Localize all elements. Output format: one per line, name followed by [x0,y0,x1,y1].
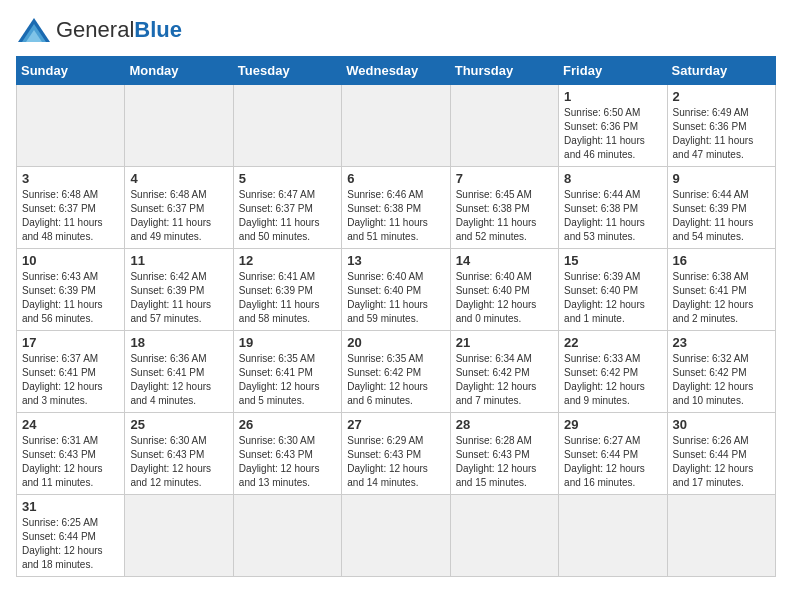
day-number: 10 [22,253,119,268]
day-info: Sunrise: 6:29 AM Sunset: 6:43 PM Dayligh… [347,434,444,490]
calendar-cell: 5Sunrise: 6:47 AM Sunset: 6:37 PM Daylig… [233,167,341,249]
day-info: Sunrise: 6:47 AM Sunset: 6:37 PM Dayligh… [239,188,336,244]
day-number: 16 [673,253,770,268]
calendar-cell [233,85,341,167]
calendar-cell: 18Sunrise: 6:36 AM Sunset: 6:41 PM Dayli… [125,331,233,413]
calendar-week-3: 17Sunrise: 6:37 AM Sunset: 6:41 PM Dayli… [17,331,776,413]
logo-icon [16,16,52,44]
weekday-friday: Friday [559,57,667,85]
day-number: 6 [347,171,444,186]
calendar-cell [559,495,667,577]
day-info: Sunrise: 6:38 AM Sunset: 6:41 PM Dayligh… [673,270,770,326]
day-number: 29 [564,417,661,432]
calendar-cell: 4Sunrise: 6:48 AM Sunset: 6:37 PM Daylig… [125,167,233,249]
day-number: 26 [239,417,336,432]
day-info: Sunrise: 6:34 AM Sunset: 6:42 PM Dayligh… [456,352,553,408]
day-info: Sunrise: 6:37 AM Sunset: 6:41 PM Dayligh… [22,352,119,408]
calendar-body: 1Sunrise: 6:50 AM Sunset: 6:36 PM Daylig… [17,85,776,577]
day-info: Sunrise: 6:27 AM Sunset: 6:44 PM Dayligh… [564,434,661,490]
weekday-thursday: Thursday [450,57,558,85]
day-number: 1 [564,89,661,104]
calendar-cell: 27Sunrise: 6:29 AM Sunset: 6:43 PM Dayli… [342,413,450,495]
calendar-cell: 20Sunrise: 6:35 AM Sunset: 6:42 PM Dayli… [342,331,450,413]
calendar-cell [450,85,558,167]
day-info: Sunrise: 6:39 AM Sunset: 6:40 PM Dayligh… [564,270,661,326]
calendar-cell: 12Sunrise: 6:41 AM Sunset: 6:39 PM Dayli… [233,249,341,331]
calendar-cell: 1Sunrise: 6:50 AM Sunset: 6:36 PM Daylig… [559,85,667,167]
weekday-sunday: Sunday [17,57,125,85]
calendar-cell: 29Sunrise: 6:27 AM Sunset: 6:44 PM Dayli… [559,413,667,495]
calendar-cell: 26Sunrise: 6:30 AM Sunset: 6:43 PM Dayli… [233,413,341,495]
day-number: 2 [673,89,770,104]
day-info: Sunrise: 6:43 AM Sunset: 6:39 PM Dayligh… [22,270,119,326]
calendar-cell: 22Sunrise: 6:33 AM Sunset: 6:42 PM Dayli… [559,331,667,413]
calendar-cell: 31Sunrise: 6:25 AM Sunset: 6:44 PM Dayli… [17,495,125,577]
calendar-table: SundayMondayTuesdayWednesdayThursdayFrid… [16,56,776,577]
calendar-cell: 13Sunrise: 6:40 AM Sunset: 6:40 PM Dayli… [342,249,450,331]
calendar-cell: 25Sunrise: 6:30 AM Sunset: 6:43 PM Dayli… [125,413,233,495]
calendar-week-2: 10Sunrise: 6:43 AM Sunset: 6:39 PM Dayli… [17,249,776,331]
day-info: Sunrise: 6:30 AM Sunset: 6:43 PM Dayligh… [130,434,227,490]
calendar-cell: 21Sunrise: 6:34 AM Sunset: 6:42 PM Dayli… [450,331,558,413]
day-number: 17 [22,335,119,350]
day-number: 23 [673,335,770,350]
day-info: Sunrise: 6:41 AM Sunset: 6:39 PM Dayligh… [239,270,336,326]
calendar-week-4: 24Sunrise: 6:31 AM Sunset: 6:43 PM Dayli… [17,413,776,495]
day-number: 27 [347,417,444,432]
day-info: Sunrise: 6:44 AM Sunset: 6:38 PM Dayligh… [564,188,661,244]
day-info: Sunrise: 6:40 AM Sunset: 6:40 PM Dayligh… [347,270,444,326]
day-number: 19 [239,335,336,350]
day-info: Sunrise: 6:30 AM Sunset: 6:43 PM Dayligh… [239,434,336,490]
day-number: 8 [564,171,661,186]
calendar-cell: 17Sunrise: 6:37 AM Sunset: 6:41 PM Dayli… [17,331,125,413]
day-number: 14 [456,253,553,268]
day-info: Sunrise: 6:42 AM Sunset: 6:39 PM Dayligh… [130,270,227,326]
day-number: 11 [130,253,227,268]
calendar-cell: 16Sunrise: 6:38 AM Sunset: 6:41 PM Dayli… [667,249,775,331]
day-info: Sunrise: 6:50 AM Sunset: 6:36 PM Dayligh… [564,106,661,162]
calendar-week-1: 3Sunrise: 6:48 AM Sunset: 6:37 PM Daylig… [17,167,776,249]
calendar-cell: 3Sunrise: 6:48 AM Sunset: 6:37 PM Daylig… [17,167,125,249]
calendar-cell: 6Sunrise: 6:46 AM Sunset: 6:38 PM Daylig… [342,167,450,249]
calendar-cell: 9Sunrise: 6:44 AM Sunset: 6:39 PM Daylig… [667,167,775,249]
day-info: Sunrise: 6:45 AM Sunset: 6:38 PM Dayligh… [456,188,553,244]
calendar-cell: 28Sunrise: 6:28 AM Sunset: 6:43 PM Dayli… [450,413,558,495]
calendar-cell: 24Sunrise: 6:31 AM Sunset: 6:43 PM Dayli… [17,413,125,495]
day-number: 24 [22,417,119,432]
weekday-header-row: SundayMondayTuesdayWednesdayThursdayFrid… [17,57,776,85]
day-number: 15 [564,253,661,268]
calendar-cell: 14Sunrise: 6:40 AM Sunset: 6:40 PM Dayli… [450,249,558,331]
day-info: Sunrise: 6:36 AM Sunset: 6:41 PM Dayligh… [130,352,227,408]
calendar-cell [125,85,233,167]
logo: GeneralBlue [16,16,182,44]
calendar-header: SundayMondayTuesdayWednesdayThursdayFrid… [17,57,776,85]
calendar-cell: 23Sunrise: 6:32 AM Sunset: 6:42 PM Dayli… [667,331,775,413]
day-info: Sunrise: 6:44 AM Sunset: 6:39 PM Dayligh… [673,188,770,244]
logo-text: GeneralBlue [56,17,182,43]
calendar-cell: 10Sunrise: 6:43 AM Sunset: 6:39 PM Dayli… [17,249,125,331]
day-number: 25 [130,417,227,432]
day-info: Sunrise: 6:48 AM Sunset: 6:37 PM Dayligh… [130,188,227,244]
calendar-cell: 7Sunrise: 6:45 AM Sunset: 6:38 PM Daylig… [450,167,558,249]
day-info: Sunrise: 6:46 AM Sunset: 6:38 PM Dayligh… [347,188,444,244]
day-info: Sunrise: 6:28 AM Sunset: 6:43 PM Dayligh… [456,434,553,490]
calendar-cell [667,495,775,577]
day-number: 21 [456,335,553,350]
day-info: Sunrise: 6:31 AM Sunset: 6:43 PM Dayligh… [22,434,119,490]
calendar-week-5: 31Sunrise: 6:25 AM Sunset: 6:44 PM Dayli… [17,495,776,577]
calendar-week-0: 1Sunrise: 6:50 AM Sunset: 6:36 PM Daylig… [17,85,776,167]
calendar-cell: 8Sunrise: 6:44 AM Sunset: 6:38 PM Daylig… [559,167,667,249]
day-number: 9 [673,171,770,186]
day-number: 13 [347,253,444,268]
day-info: Sunrise: 6:32 AM Sunset: 6:42 PM Dayligh… [673,352,770,408]
day-number: 4 [130,171,227,186]
calendar-cell [342,85,450,167]
weekday-saturday: Saturday [667,57,775,85]
day-info: Sunrise: 6:25 AM Sunset: 6:44 PM Dayligh… [22,516,119,572]
weekday-tuesday: Tuesday [233,57,341,85]
calendar-cell [233,495,341,577]
day-number: 28 [456,417,553,432]
calendar-cell: 19Sunrise: 6:35 AM Sunset: 6:41 PM Dayli… [233,331,341,413]
page-header: GeneralBlue [16,16,776,44]
calendar-cell [342,495,450,577]
